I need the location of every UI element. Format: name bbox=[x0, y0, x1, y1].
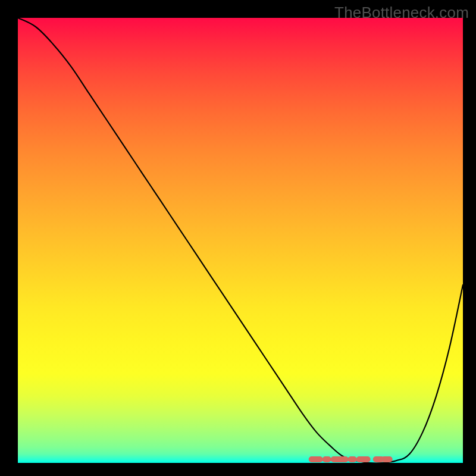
watermark-text: TheBottleneck.com bbox=[334, 4, 469, 22]
chart-frame: TheBottleneck.com bbox=[0, 0, 476, 476]
bottleneck-curve bbox=[18, 18, 463, 464]
chart-overlay bbox=[18, 18, 463, 463]
